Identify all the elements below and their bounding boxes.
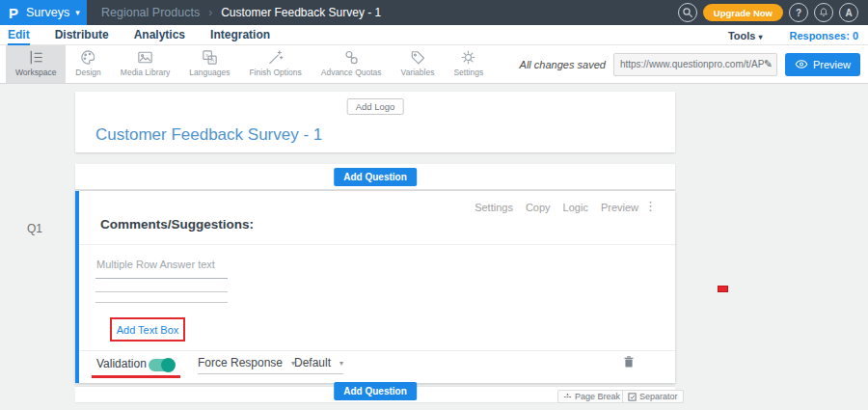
surveys-product-menu[interactable]: P Surveys (0, 0, 87, 25)
survey-url-box (613, 53, 777, 76)
toolbar-label: Settings (453, 68, 483, 77)
toggle-knob (161, 358, 176, 372)
toolbar-label: Languages (189, 68, 230, 77)
translate-icon: xA (201, 48, 219, 67)
question-text[interactable]: Comments/Suggestions: (100, 217, 254, 232)
tools-label: Tools (728, 30, 756, 41)
validation-label: Validation (96, 357, 147, 370)
page-break-icon (563, 393, 572, 401)
add-question-button-bottom[interactable]: Add Question (334, 382, 417, 400)
divider (79, 244, 675, 245)
survey-url-input[interactable] (620, 59, 764, 69)
page-break-button[interactable]: Page Break (557, 390, 626, 403)
force-response-select[interactable]: Force Response (198, 356, 295, 374)
save-status: All changes saved (520, 59, 606, 70)
eye-icon (795, 59, 808, 69)
magic-wand-icon (266, 48, 285, 67)
validation-annotation-underline (92, 375, 180, 378)
upgrade-now-button[interactable]: Upgrade Now (703, 4, 783, 21)
question-logic-link[interactable]: Logic (563, 202, 588, 213)
search-button[interactable] (678, 3, 697, 22)
default-select[interactable]: Default (294, 356, 343, 374)
breadcrumb-folder[interactable]: Regional Products (101, 6, 200, 19)
chevron-down-icon (75, 8, 80, 17)
tab-distribute[interactable]: Distribute (55, 25, 109, 45)
question-settings-link[interactable]: Settings (475, 202, 513, 213)
default-value: Default (294, 356, 331, 369)
toolbar-label: Advance Quotas (321, 68, 382, 77)
questionpro-logo: P (9, 5, 18, 21)
breadcrumb-separator-icon: › (208, 6, 212, 19)
force-response-value: Force Response (198, 356, 283, 369)
main-nav: Edit Distribute Analytics Integration To… (0, 25, 868, 45)
toolbar-label: Design (75, 68, 100, 77)
question-copy-link[interactable]: Copy (526, 202, 551, 213)
red-annotation-mark (718, 286, 728, 292)
answer-row-line[interactable] (95, 302, 228, 303)
toolbar-item-media-library[interactable]: Media Library (111, 45, 180, 83)
separator-checkbox-icon (628, 393, 637, 401)
breadcrumb-current-survey: Customer Feedback Survey - 1 (221, 6, 381, 19)
add-text-box-link[interactable]: Add Text Box (117, 324, 179, 336)
validation-toggle[interactable] (149, 359, 174, 371)
chevron-down-icon (339, 359, 343, 368)
chevron-down-icon (758, 33, 762, 41)
answer-row-line[interactable] (95, 278, 228, 279)
question-actions: Settings Copy Logic Preview (475, 202, 638, 213)
question-preview-link[interactable]: Preview (601, 202, 638, 213)
kebab-menu-icon[interactable] (644, 199, 657, 213)
svg-text:x: x (205, 52, 208, 58)
account-avatar[interactable]: A (839, 3, 858, 22)
bell-icon (818, 7, 829, 18)
edit-url-pencil-icon[interactable] (764, 58, 773, 70)
gear-icon (459, 48, 477, 67)
image-icon (136, 48, 154, 67)
separator-label: Separator (639, 392, 678, 401)
toolbar-label: Variables (401, 68, 435, 77)
add-logo-button[interactable]: Add Logo (347, 98, 404, 115)
question-mark-icon: ? (796, 8, 801, 18)
toolbar-item-settings[interactable]: Settings (444, 45, 493, 83)
toolbar-item-languages[interactable]: xA Languages (179, 45, 239, 83)
toolbar-label: Media Library (121, 68, 171, 77)
add-text-box-annotation-box: Add Text Box (110, 317, 185, 342)
tab-analytics[interactable]: Analytics (134, 25, 185, 45)
add-question-button-top[interactable]: Add Question (334, 168, 417, 186)
svg-text:A: A (210, 57, 214, 63)
workspace-icon (27, 48, 45, 67)
tab-edit[interactable]: Edit (8, 25, 30, 45)
survey-title[interactable]: Customer Feedback Survey - 1 (95, 125, 322, 145)
avatar-initial: A (845, 8, 852, 18)
toolbar-item-advance-quotas[interactable]: Advance Quotas (312, 45, 392, 83)
tab-integration[interactable]: Integration (210, 25, 270, 45)
toolbar-item-finish-options[interactable]: Finish Options (239, 45, 311, 83)
survey-canvas: Q1 Add Logo Customer Feedback Survey - 1… (0, 84, 868, 410)
answer-row-line[interactable] (95, 291, 228, 292)
delete-question-button[interactable] (621, 353, 637, 370)
help-button[interactable]: ? (789, 3, 808, 22)
questionpro-survey-editor: P Surveys Regional Products › Customer F… (0, 0, 868, 410)
separator-button[interactable]: Separator (622, 390, 684, 403)
breadcrumb: Regional Products › Customer Feedback Su… (101, 0, 381, 25)
survey-header-card: Add Logo Customer Feedback Survey - 1 (75, 92, 675, 152)
answer-placeholder: Multiple Row Answer text (96, 259, 215, 270)
toolbar-label: Finish Options (249, 68, 301, 77)
tools-menu[interactable]: Tools (728, 30, 763, 41)
topbar-actions: Upgrade Now ? A (678, 0, 858, 25)
responses-count-link[interactable]: Responses: 0 (789, 30, 858, 41)
divider (79, 350, 675, 351)
preview-label: Preview (813, 59, 851, 70)
toolbar-item-design[interactable]: Design (66, 45, 110, 83)
toolbar-item-workspace[interactable]: Workspace (6, 45, 66, 83)
product-name: Surveys (26, 6, 69, 19)
toolbar-item-variables[interactable]: Variables (392, 45, 445, 83)
question-card: Settings Copy Logic Preview Comments/Sug… (75, 191, 675, 383)
preview-button[interactable]: Preview (785, 53, 860, 76)
topbar: P Surveys Regional Products › Customer F… (0, 0, 868, 25)
palette-icon (79, 48, 97, 67)
links-icon (342, 48, 361, 67)
trash-icon (621, 353, 637, 370)
page-break-label: Page Break (575, 392, 620, 401)
nav-right: Tools Responses: 0 (728, 25, 858, 45)
notifications-button[interactable] (814, 3, 833, 22)
